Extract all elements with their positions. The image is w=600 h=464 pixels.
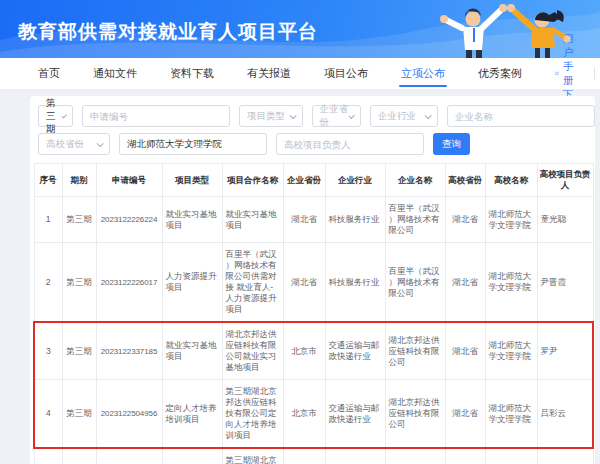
table-cell: 湖北京邦达供应链科技有限公司就业实习基地项目 <box>222 322 283 380</box>
nav-item-2[interactable]: 资料下载 <box>170 58 214 89</box>
table-cell: 2023122250083 <box>96 448 162 464</box>
table-cell: 2023122226224 <box>96 197 162 243</box>
university-province-placeholder: 高校省份 <box>46 138 84 151</box>
column-header: 企业行业 <box>325 164 385 197</box>
table-row: 5第三期2023122250083重点群体就业帮扶项目第三期湖北京邦达供应链科技… <box>34 448 593 464</box>
table-cell: 5 <box>34 448 62 464</box>
filter-row-1: 第三期 项目类型 企业省份 企业行业 <box>38 105 595 127</box>
table-cell: 湖北省 <box>283 243 325 323</box>
column-header: 高校省份 <box>445 164 485 197</box>
project-type-select[interactable]: 项目类型 <box>239 105 303 127</box>
nav-item-3[interactable]: 有关报道 <box>247 58 291 89</box>
column-header: 期别 <box>62 164 96 197</box>
column-header: 企业名称 <box>385 164 445 197</box>
table-cell: 湖北京邦达供应链科技有限公司 <box>385 380 445 449</box>
table-cell: 第三期 <box>62 448 96 464</box>
chevron-down-icon <box>97 140 104 147</box>
table-row: 4第三期2023122504956定向人才培养培训项目第三期湖北京邦达供应链科技… <box>34 380 593 449</box>
table-body: 1第三期2023122226224就业实习基地项目就业实习基地项目湖北省科技服务… <box>34 197 593 464</box>
table-cell: 3 <box>34 322 62 380</box>
header-banner: 教育部供需对接就业育人项目平台 <box>0 0 600 58</box>
table-cell: 1 <box>34 197 62 243</box>
period-select-value: 第三期 <box>46 97 62 136</box>
table-cell: 人力资源提升项目 <box>162 243 222 323</box>
table-cell: 2 <box>34 243 62 323</box>
table-cell: 交通运输与邮政快递行业 <box>325 380 385 449</box>
table-cell: 童光聪 <box>537 197 593 243</box>
table-cell: 湖北师范大学文理学院 <box>485 243 537 323</box>
table-cell: 交通运输与邮政快递行业 <box>325 322 385 380</box>
table-cell: 交通运输与邮政快递行业 <box>325 448 385 464</box>
table-cell: 第三期 <box>62 380 96 449</box>
nav-item-5[interactable]: 立项公布 <box>401 58 445 89</box>
table-row: 1第三期2023122226224就业实习基地项目就业实习基地项目湖北省科技服务… <box>34 197 593 243</box>
table-cell: 罗尹 <box>537 322 593 380</box>
table-cell: 2023122226017 <box>96 243 162 323</box>
table-cell: 第三期湖北京邦达供应链科技有限公司供需对接就业育人项目 <box>222 448 283 464</box>
application-number-input[interactable] <box>82 105 230 127</box>
table-cell: 湖北省 <box>445 380 485 449</box>
table-cell: 2023122504956 <box>96 380 162 449</box>
table-cell: 湖北省 <box>445 322 485 380</box>
enterprise-province-select[interactable]: 企业省份 <box>312 105 362 127</box>
table-cell: 就业实习基地项目 <box>222 197 283 243</box>
table-cell: 定向人才培养培训项目 <box>162 380 222 449</box>
chevron-down-icon <box>425 112 432 119</box>
table-cell: 湖北师范大学文理学院 <box>485 448 537 464</box>
chevron-down-icon <box>349 112 355 118</box>
table-header: 序号期别申请编号项目类型项目合作名称企业省份企业行业企业名称高校省份高校名称高校… <box>34 164 593 197</box>
table-cell: 百里半（武汉）网络技术有限公司 <box>385 243 445 323</box>
table-cell: 2023122337185 <box>96 322 162 380</box>
filter-row-2: 高校省份 查询 <box>38 133 595 155</box>
book-icon <box>555 68 559 79</box>
enterprise-name-input[interactable] <box>447 105 595 127</box>
table-cell: 湖北师范大学文理学院 <box>485 322 537 380</box>
table-cell: 北京市 <box>283 380 325 449</box>
table-cell: 第三期 <box>62 322 96 380</box>
column-header: 企业省份 <box>283 164 325 197</box>
column-header: 项目合作名称 <box>222 164 283 197</box>
nav-item-1[interactable]: 通知文件 <box>93 58 137 89</box>
chevron-down-icon <box>61 112 67 118</box>
page-title: 教育部供需对接就业育人项目平台 <box>18 19 318 45</box>
nav-menu: 首页通知文件资料下载有关报道项目公布立项公布优秀案例 <box>38 58 555 89</box>
table-cell: 湖北师范大学文理学院 <box>485 380 537 449</box>
table-cell: 吕彩云 <box>537 380 593 449</box>
university-leader-input[interactable] <box>276 133 424 155</box>
nav-item-0[interactable]: 首页 <box>38 58 60 89</box>
table-cell: 湖北省 <box>445 448 485 464</box>
enterprise-province-placeholder: 企业省份 <box>320 103 349 129</box>
column-header: 高校项目负责人 <box>537 164 593 197</box>
table-cell: 甘伟 <box>537 448 593 464</box>
search-button[interactable]: 查询 <box>433 133 470 155</box>
university-province-select[interactable]: 高校省份 <box>38 133 110 155</box>
people-highfive-illustration <box>432 0 582 58</box>
column-header: 序号 <box>34 164 62 197</box>
table-cell: 百里半（武汉）网络技术有限公司供需对接 就业育人-人力资源提升项目 <box>222 243 283 323</box>
table-row: 3第三期2023122337185就业实习基地项目湖北京邦达供应链科技有限公司就… <box>34 322 593 380</box>
table-cell: 百里半（武汉）网络技术有限公司 <box>385 197 445 243</box>
column-header: 申请编号 <box>96 164 162 197</box>
table-cell: 第三期湖北京邦达供应链科技有限公司定向人才培养培训项目 <box>222 380 283 449</box>
table-cell: 第三期 <box>62 243 96 323</box>
projects-table: 序号期别申请编号项目类型项目合作名称企业省份企业行业企业名称高校省份高校名称高校… <box>33 163 594 464</box>
table-cell: 第三期 <box>62 197 96 243</box>
table-cell: 科技服务行业 <box>325 243 385 323</box>
column-header: 项目类型 <box>162 164 222 197</box>
table-cell: 就业实习基地项目 <box>162 197 222 243</box>
table-cell: 尹晋霞 <box>537 243 593 323</box>
table-cell: 湖北省 <box>445 243 485 323</box>
period-select[interactable]: 第三期 <box>38 105 73 127</box>
nav-item-6[interactable]: 优秀案例 <box>478 58 522 89</box>
filter-bar: 第三期 项目类型 企业省份 企业行业 高校省份 <box>30 96 595 155</box>
table-cell: 4 <box>34 380 62 449</box>
table-cell: 湖北京邦达供应链科技有限公司 <box>385 448 445 464</box>
enterprise-industry-placeholder: 企业行业 <box>378 110 416 123</box>
column-header: 高校名称 <box>485 164 537 197</box>
project-type-placeholder: 项目类型 <box>247 110 285 123</box>
nav-item-4[interactable]: 项目公布 <box>324 58 368 89</box>
table-cell: 重点群体就业帮扶项目 <box>162 448 222 464</box>
enterprise-industry-select[interactable]: 企业行业 <box>370 105 438 127</box>
university-name-input[interactable] <box>119 133 267 155</box>
content-panel: 第三期 项目类型 企业省份 企业行业 高校省份 <box>30 96 595 464</box>
